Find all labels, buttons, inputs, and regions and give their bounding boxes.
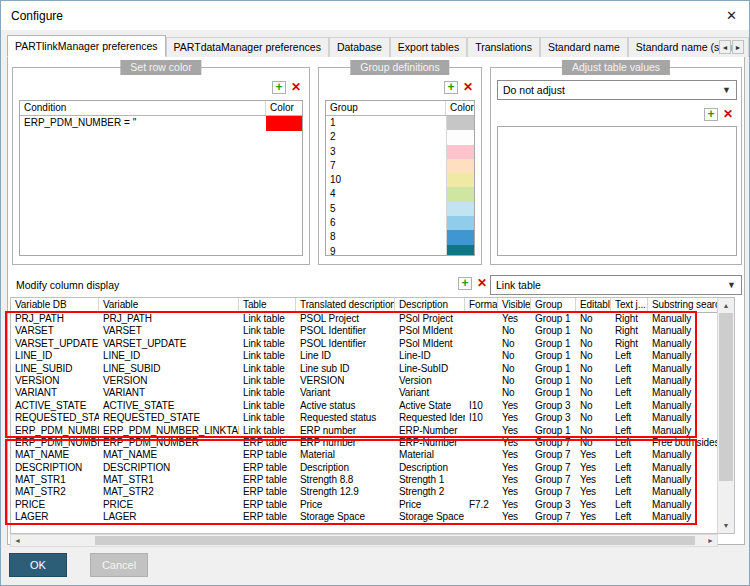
modify-column-display-label: Modify column display	[16, 279, 119, 291]
ok-button[interactable]: OK	[9, 553, 67, 577]
add-column-icon[interactable]: +	[458, 277, 472, 290]
group-definition-row[interactable]: 7	[326, 159, 474, 173]
column-header-group[interactable]: Group	[531, 298, 576, 312]
group-color-swatch[interactable]	[446, 159, 474, 173]
cell-substring-search: Manually	[648, 313, 717, 325]
delete-column-icon[interactable]: ✕	[477, 277, 487, 290]
tab-translations[interactable]: Translations	[467, 37, 540, 57]
vscroll-thumb[interactable]	[719, 313, 733, 481]
table-row[interactable]: MAT_STR2MAT_STR2ERP tableStrength 12.9St…	[11, 486, 717, 498]
table-row[interactable]: VARIANTVARIANTLink tableVariantVariantNo…	[11, 387, 717, 399]
column-header-translated-description[interactable]: Translated description	[296, 298, 395, 312]
delete-condition-icon[interactable]: ✕	[291, 81, 301, 94]
tab-scroll-right-icon[interactable]: ►	[732, 40, 744, 54]
column-header-color[interactable]: Color	[266, 101, 302, 115]
cell-text-j: Left	[611, 511, 648, 523]
group-color-swatch[interactable]	[446, 130, 474, 144]
table-row[interactable]: LINE_SUBIDLINE_SUBIDLink tableLine sub I…	[11, 363, 717, 375]
tab-scroll-left-icon[interactable]: ◄	[719, 40, 731, 54]
cell-table: Link table	[239, 325, 296, 337]
group-color-swatch[interactable]	[446, 202, 474, 216]
tab-export-tables[interactable]: Export tables	[390, 37, 467, 57]
table-row[interactable]: PRICEPRICEERP tablePricePriceF7.2YesGrou…	[11, 499, 717, 511]
column-header-format[interactable]: Format	[465, 298, 498, 312]
vertical-scrollbar[interactable]: ▲ ▼	[717, 298, 734, 533]
close-icon[interactable]: ✕	[726, 8, 737, 23]
group-definition-row[interactable]: 9	[326, 245, 474, 256]
scroll-down-icon[interactable]: ▼	[718, 518, 734, 533]
cell-table: ERP table	[239, 499, 296, 511]
group-color-swatch[interactable]	[446, 230, 474, 244]
add-condition-icon[interactable]: +	[272, 81, 286, 94]
cell-translated-description: VERSION	[296, 375, 395, 387]
cell-table: Link table	[239, 387, 296, 399]
table-select-dropdown[interactable]: Link table ▼	[490, 275, 742, 295]
add-adjustment-icon[interactable]: +	[704, 108, 718, 121]
cell-variable: VERSION	[99, 375, 239, 387]
table-row[interactable]: REQUESTED_STATEREQUESTED_STATELink table…	[11, 412, 717, 424]
scroll-left-icon[interactable]: ◄	[11, 535, 24, 546]
column-header-condition[interactable]: Condition	[20, 101, 266, 115]
column-header-description[interactable]: Description	[395, 298, 465, 312]
delete-adjustment-icon[interactable]: ✕	[723, 108, 733, 121]
group-definition-row[interactable]: 3	[326, 145, 474, 159]
scroll-right-icon[interactable]: ►	[704, 535, 717, 546]
column-header-variable[interactable]: Variable	[99, 298, 239, 312]
group-color-swatch[interactable]	[446, 187, 474, 201]
group-definition-row[interactable]: 1	[326, 116, 474, 130]
column-header-group[interactable]: Group	[326, 101, 446, 115]
adjust-mode-value: Do not adjust	[503, 84, 565, 96]
group-definition-row[interactable]: 4	[326, 187, 474, 201]
group-color-swatch[interactable]	[446, 216, 474, 230]
scroll-up-icon[interactable]: ▲	[718, 298, 734, 313]
table-row[interactable]: LINE_IDLINE_IDLink tableLine IDLine-IDNo…	[11, 350, 717, 362]
tab-standard-name[interactable]: Standard name	[540, 37, 628, 57]
delete-group-icon[interactable]: ✕	[463, 81, 473, 94]
hscroll-thumb[interactable]	[95, 536, 695, 545]
adjust-mode-dropdown[interactable]: Do not adjust ▼	[497, 80, 737, 100]
column-header-substring-search[interactable]: Substring search^	[648, 298, 717, 312]
tab-database[interactable]: Database	[329, 37, 390, 57]
group-definition-row[interactable]: 10	[326, 173, 474, 187]
group-definitions-caption: Group definitions	[350, 60, 449, 75]
column-header-variable-db[interactable]: Variable DB	[11, 298, 99, 312]
cell-table: Link table	[239, 425, 296, 437]
column-header-text-j[interactable]: Text j...	[611, 298, 648, 312]
table-row[interactable]: MAT_NAMEMAT_NAMEERP tableMaterialMateria…	[11, 449, 717, 461]
column-header-editable[interactable]: Editable	[576, 298, 611, 312]
table-row[interactable]: DESCRIPTIONDESCRIPTIONERP tableDescripti…	[11, 462, 717, 474]
table-row[interactable]: VARSET_UPDATEVARSET_UPDATELink tablePSOL…	[11, 338, 717, 350]
group-color-swatch[interactable]	[446, 145, 474, 159]
group-color-swatch[interactable]	[446, 245, 474, 256]
add-group-icon[interactable]: +	[444, 81, 458, 94]
group-color-swatch[interactable]	[446, 116, 474, 130]
tab-partdatamanager-preferences[interactable]: PARTdataManager preferences	[166, 37, 329, 57]
table-row[interactable]: PRJ_PATHPRJ_PATHLink tablePSOL ProjectPS…	[11, 313, 717, 325]
column-header-color[interactable]: Color	[446, 101, 474, 115]
cell-translated-description: Requested status	[296, 412, 395, 424]
horizontal-scrollbar[interactable]: ◄ ►	[10, 534, 718, 547]
table-row[interactable]: ERP_PDM_NUMBERERP_PDM_NUMBERERP tableERP…	[11, 437, 717, 449]
table-row[interactable]: VERSIONVERSIONLink tableVERSIONVersionNo…	[11, 375, 717, 387]
table-row[interactable]: ACTIVE_STATEACTIVE_STATELink tableActive…	[11, 400, 717, 412]
cell-variable: LINE_ID	[99, 350, 239, 362]
cell-translated-description: Price	[296, 499, 395, 511]
group-definition-row[interactable]: 2	[326, 130, 474, 144]
row-color-swatch[interactable]	[266, 116, 302, 131]
group-definition-row[interactable]: 8	[326, 230, 474, 244]
group-color-swatch[interactable]	[446, 173, 474, 187]
table-row[interactable]: VARSETVARSETLink tablePSOL IdentifierPSo…	[11, 325, 717, 337]
table-row[interactable]: LAGERLAGERERP tableStorage SpaceStorage …	[11, 511, 717, 523]
cell-format	[465, 486, 498, 498]
table-row[interactable]: MAT_STR1MAT_STR1ERP tableStrength 8.8Str…	[11, 474, 717, 486]
cancel-button[interactable]: Cancel	[90, 553, 148, 577]
column-header-table[interactable]: Table	[239, 298, 296, 312]
cell-visible: Yes	[498, 400, 531, 412]
tab-partlinkmanager-preferences[interactable]: PARTlinkManager preferences	[7, 35, 166, 57]
group-definition-row[interactable]: 6	[326, 216, 474, 230]
row-color-row[interactable]: ERP_PDM_NUMBER = ''	[20, 116, 302, 131]
column-header-visible[interactable]: Visible	[498, 298, 531, 312]
cell-description: PSol MIdent	[395, 325, 465, 337]
table-row[interactable]: ERP_PDM_NUMBERERP_PDM_NUMBER_LINKTABLELi…	[11, 425, 717, 437]
group-definition-row[interactable]: 5	[326, 202, 474, 216]
